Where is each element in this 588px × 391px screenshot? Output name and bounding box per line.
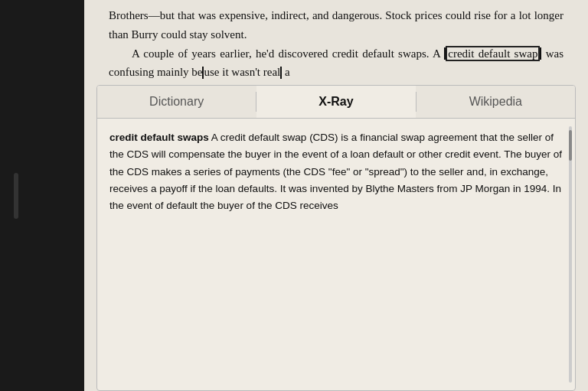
definition-area: credit default swaps A credit default sw… bbox=[97, 119, 575, 390]
device-left-bar bbox=[0, 0, 84, 391]
cursor-left bbox=[444, 47, 446, 60]
paragraph-1-text: Brothers—but that was expensive, indirec… bbox=[109, 9, 564, 41]
tab-xray[interactable]: X-Ray bbox=[256, 86, 415, 118]
para2-end3: a bbox=[285, 66, 290, 78]
book-paragraph-1: Brothers—but that was expensive, indirec… bbox=[109, 6, 564, 44]
cursor-right-2 bbox=[280, 67, 282, 80]
definition-body: A credit default swap (CDS) is a financi… bbox=[109, 132, 562, 211]
para2-start: A couple of years earlier, he'd discover… bbox=[132, 47, 440, 60]
tab-wikipedia[interactable]: Wikipedia bbox=[416, 86, 575, 118]
scrollbar-thumb[interactable] bbox=[569, 130, 572, 161]
definition-term: credit default swaps bbox=[109, 132, 209, 143]
book-text-top: Brothers—but that was expensive, indirec… bbox=[84, 0, 588, 82]
popup-panel: Dictionary X-Ray Wikipedia credit defaul… bbox=[96, 85, 576, 391]
para2-end2: use it wasn't real bbox=[204, 66, 280, 78]
reader-area: Brothers—but that was expensive, indirec… bbox=[84, 0, 588, 391]
definition-text: credit default swaps A credit default sw… bbox=[109, 129, 563, 214]
indent-space bbox=[109, 44, 132, 64]
cursor-right bbox=[540, 47, 541, 60]
cursor-left-2 bbox=[202, 67, 204, 80]
tab-bar: Dictionary X-Ray Wikipedia bbox=[97, 86, 575, 119]
book-paragraph-2: A couple of years earlier, he'd discover… bbox=[109, 44, 564, 83]
highlighted-text[interactable]: credit default swap bbox=[446, 46, 540, 61]
scrollbar[interactable] bbox=[569, 126, 572, 383]
device-button[interactable] bbox=[14, 173, 18, 219]
tab-dictionary[interactable]: Dictionary bbox=[97, 86, 256, 118]
